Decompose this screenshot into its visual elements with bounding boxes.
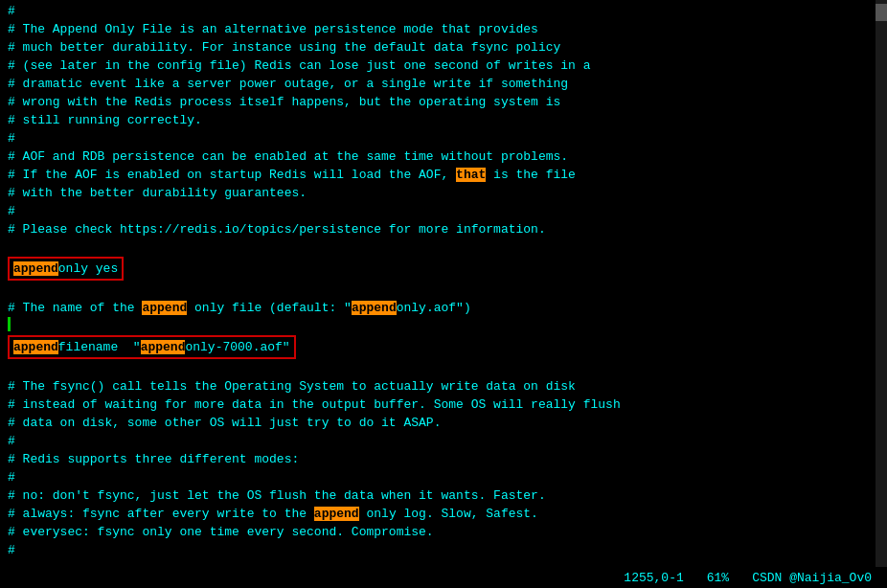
line-17: # The name of the append only file (defa… <box>0 299 887 317</box>
line-12: # <box>0 202 887 220</box>
line-18 <box>0 317 887 335</box>
line-5: # dramatic event like a server power out… <box>0 75 887 93</box>
highlight-append-1: append <box>13 261 58 276</box>
line-11: # with the better durability guarantees. <box>0 184 887 202</box>
line-2: # The Append Only File is an alternative… <box>0 20 887 38</box>
highlight-append-6: append <box>314 507 359 521</box>
highlight-append-5: append <box>141 340 186 354</box>
zoom-percent: 61% <box>707 571 729 585</box>
line-25: # Redis supports three different modes: <box>0 450 887 468</box>
appendonly-line: appendonly yes <box>8 257 124 281</box>
highlight-append-2: append <box>142 301 187 315</box>
highlight-that: that <box>456 168 486 182</box>
line-6: # wrong with the Redis process itself ha… <box>0 93 887 111</box>
line-3: # much better durability. For instance u… <box>0 38 887 57</box>
editor-area: # # The Append Only File is an alternati… <box>0 0 887 588</box>
line-23: # data on disk, some other OS will just … <box>0 414 887 432</box>
line-8: # <box>0 129 887 147</box>
scrollbar-thumb[interactable] <box>876 4 887 21</box>
status-bar: 1255,0-1 61% CSDN @Naijia_Ov0 <box>0 567 887 588</box>
line-16 <box>0 281 887 299</box>
line-10: # If the AOF is enabled on startup Redis… <box>0 166 887 184</box>
watermark: CSDN @Naijia_Ov0 <box>752 571 872 585</box>
line-4: # (see later in the config file) Redis c… <box>0 57 887 75</box>
line-21: # The fsync() call tells the Operating S… <box>0 377 887 396</box>
highlight-append-4: append <box>13 340 58 354</box>
cursor <box>8 317 11 331</box>
line-24: # <box>0 432 887 450</box>
line-9: # AOF and RDB persistence can be enabled… <box>0 147 887 166</box>
scrollbar[interactable] <box>876 0 887 588</box>
line-20 <box>0 359 887 377</box>
line-28: # always: fsync after every write to the… <box>0 505 887 523</box>
highlight-append-3: append <box>352 301 397 315</box>
line-29: # everysec: fsync only one time every se… <box>0 523 887 541</box>
line-27: # no: don't fsync, just let the OS flush… <box>0 486 887 505</box>
line-26: # <box>0 468 887 486</box>
line-13: # Please check https://redis.io/topics/p… <box>0 220 887 238</box>
line-7: # still running correctly. <box>0 111 887 129</box>
line-19: appendfilename "appendonly-7000.aof" <box>0 335 887 359</box>
line-1: # <box>0 2 887 20</box>
line-14 <box>0 238 887 257</box>
cursor-position: 1255,0-1 <box>624 571 683 585</box>
appendfilename-line: appendfilename "appendonly-7000.aof" <box>8 335 296 359</box>
line-22: # instead of waiting for more data in th… <box>0 396 887 414</box>
line-30: # <box>0 541 887 559</box>
line-15: appendonly yes <box>0 257 887 281</box>
